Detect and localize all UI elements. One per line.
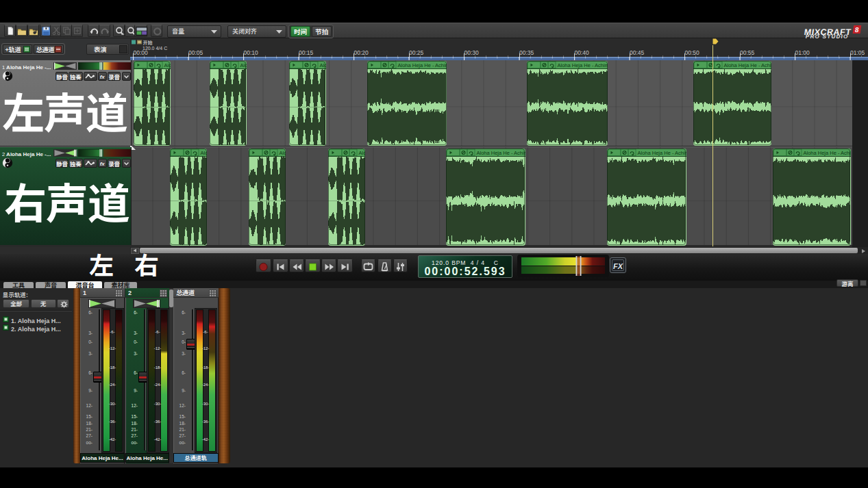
svg-text:Aloha Heja He - Achim ...: Aloha Heja He - Achim ... bbox=[558, 61, 608, 68]
svg-text:Aloha Heja He - Achim ...: Aloha Heja He - Achim ... bbox=[803, 149, 851, 156]
svg-text:Aloha Heja He - Achim ...: Aloha Heja He - Achim ... bbox=[477, 149, 526, 156]
svg-text:Aloha Heja He - Achim ...: Aloha Heja He - Achim ... bbox=[638, 149, 687, 156]
svg-text:Aloha Heja He - Achim ...: Aloha Heja He - Achim ... bbox=[724, 61, 772, 68]
svg-text:Aloha Heja He - Achim ...: Aloha Heja He - Achim ... bbox=[398, 61, 447, 68]
